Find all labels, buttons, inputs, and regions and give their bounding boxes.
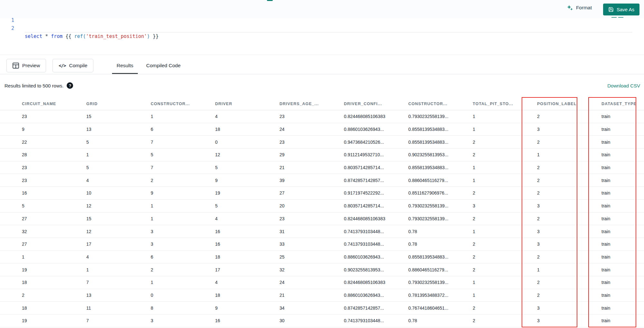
table-row: 22 5 7 0 23 0.9473684210526... 0.8558139… [0, 136, 644, 149]
cell-drivers-age: 31 [258, 229, 322, 234]
cell-grid: 15 [64, 216, 129, 221]
cell-driver: 17 [193, 267, 258, 272]
cell-dataset-type: train [580, 216, 644, 221]
table-row: 2 13 0 18 21 0.8860103626943... 0.781395… [0, 289, 644, 302]
cell-grid: 1 [64, 152, 129, 157]
cell-circuit-name: 16 [0, 190, 64, 196]
cell-drivers-age: 21 [258, 293, 322, 298]
cell-circuit-name: 27 [0, 216, 64, 221]
cell-circuit-name: 19 [0, 267, 64, 272]
cell-driver: 16 [193, 241, 258, 247]
cell-circuit-name: 5 [0, 203, 64, 208]
table-header-row: CIRCUIT_NAME GRID CONSTRUCTOR... DRIVER … [0, 97, 644, 110]
cell-position-label: 2 [515, 190, 580, 196]
table-row: 19 7 3 16 30 0.7413793103448... 0.78 2 3… [0, 314, 644, 327]
cell-driver-confidence: 0.9473684210526... [322, 140, 386, 145]
cell-position-label: 2 [515, 216, 580, 221]
cell-driver: 16 [193, 229, 258, 234]
cell-circuit-name: 23 [0, 165, 64, 170]
cell-grid: 1 [64, 267, 129, 272]
cell-constructor-confidence: 0.8558139534883... [386, 165, 451, 170]
cell-driver: 9 [193, 178, 258, 183]
tab-results[interactable]: Results [112, 57, 138, 74]
sql-keyword-from: from [51, 33, 65, 39]
cell-constructor-confidence: 0.7930232558139... [386, 203, 451, 208]
cell-total-pit-stops: 1 [451, 280, 515, 285]
results-table: CIRCUIT_NAME GRID CONSTRUCTOR... DRIVER … [0, 97, 644, 327]
cell-dataset-type: train [580, 178, 644, 183]
cell-constructor-confidence: 0.7674418604651... [386, 305, 451, 311]
cell-grid: 13 [64, 127, 129, 132]
cell-driver: 9 [193, 305, 258, 311]
cell-constructor: 3 [129, 318, 193, 323]
table-row: 18 7 1 4 24 0.824468085106383 0.79302325… [0, 276, 644, 289]
cell-dataset-type: train [580, 127, 644, 132]
cell-drivers-age: 23 [258, 216, 322, 221]
cell-position-label: 1 [515, 267, 580, 272]
format-button[interactable]: Format [567, 5, 592, 11]
cell-position-label: 3 [515, 318, 580, 323]
compile-button[interactable]: </> Compile [52, 59, 93, 72]
cell-dataset-type: train [580, 318, 644, 323]
cell-constructor: 5 [129, 152, 193, 157]
format-label: Format [576, 5, 592, 11]
cell-drivers-age: 27 [258, 190, 322, 196]
cell-grid: 7 [64, 280, 129, 285]
cell-constructor: 8 [129, 305, 193, 311]
cell-constructor-confidence: 0.8511627906976... [386, 190, 451, 196]
ref-model-string: 'train_test_position' [86, 33, 147, 39]
cell-drivers-age: 23 [258, 140, 322, 145]
cell-circuit-name: 1 [0, 254, 64, 260]
cell-grid: 17 [64, 241, 129, 247]
cell-total-pit-stops: 2 [451, 152, 515, 157]
jinja-close-braces: }} [153, 33, 158, 39]
cell-position-label: 3 [515, 305, 580, 311]
cell-dataset-type: train [580, 229, 644, 234]
save-as-button[interactable]: Save As [603, 4, 639, 15]
cell-position-label: 2 [515, 280, 580, 285]
code-editor[interactable]: 1 2 select * from {{ ref('train_test_pos… [0, 16, 644, 55]
code-area[interactable]: select * from {{ ref('train_test_positio… [25, 16, 638, 89]
table-row: 16 10 9 19 27 0.9171974522292... 0.85116… [0, 187, 644, 200]
cell-drivers-age: 24 [258, 127, 322, 132]
cell-dataset-type: train [580, 267, 644, 272]
cell-grid: 12 [64, 229, 129, 234]
cell-dataset-type: train [580, 203, 644, 208]
actions-row: Preview </> Compile Results Compiled Cod… [6, 57, 644, 74]
cell-total-pit-stops: 1 [451, 127, 515, 132]
cell-total-pit-stops: 1 [451, 293, 515, 298]
cell-total-pit-stops: 2 [451, 254, 515, 260]
table-row: 23 4 2 9 39 0.8742857142857... 0.8860465… [0, 174, 644, 187]
cell-driver: 12 [193, 152, 258, 157]
download-csv-link[interactable]: Download CSV [607, 83, 640, 88]
cell-constructor-confidence: 0.78 [386, 229, 451, 234]
cell-constructor: 3 [129, 229, 193, 234]
cell-circuit-name: 19 [0, 318, 64, 323]
cell-position-label: 2 [515, 165, 580, 170]
cell-driver-confidence: 0.8860103626943... [322, 127, 386, 132]
cell-constructor-confidence: 0.78 [386, 318, 451, 323]
help-icon[interactable]: ? [67, 82, 73, 89]
tab-compiled-code[interactable]: Compiled Code [142, 57, 185, 74]
table-row: 27 17 3 16 33 0.7413793103448... 0.78 2 … [0, 238, 644, 251]
cell-drivers-age: 33 [258, 241, 322, 247]
cell-driver-confidence: 0.7413793103448... [322, 229, 386, 234]
column-header-position-label: POSITION_LABEL [515, 102, 580, 106]
cell-position-label: 3 [515, 203, 580, 208]
cell-constructor-confidence: 0.78 [386, 241, 451, 247]
preview-button[interactable]: Preview [6, 59, 46, 72]
ref-close-paren: ) [147, 33, 153, 39]
cell-dataset-type: train [580, 165, 644, 170]
cell-drivers-age: 32 [258, 267, 322, 272]
active-line-underline [25, 32, 632, 32]
cell-total-pit-stops: 2 [451, 241, 515, 247]
cell-constructor: 1 [129, 203, 193, 208]
pane-divider[interactable] [0, 55, 644, 55]
cell-position-label: 2 [515, 140, 580, 145]
table-row: 28 1 5 12 29 0.9112149532710... 0.902325… [0, 149, 644, 161]
result-tabs: Results Compiled Code [112, 57, 185, 74]
cell-constructor: 1 [129, 216, 193, 221]
line-number-gutter: 1 2 [0, 16, 14, 32]
cell-grid: 5 [64, 165, 129, 170]
tabs-divider [0, 74, 644, 74]
